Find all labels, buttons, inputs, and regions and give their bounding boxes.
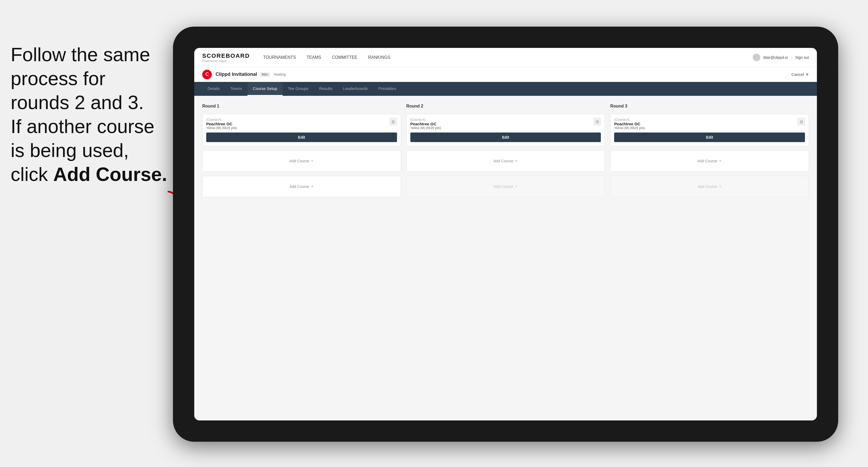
round-2-course-card: (Course A) Peachtree GC Yellow (M) (6629… <box>406 114 605 146</box>
add-course-card-1-2[interactable]: Add Course + <box>202 150 401 172</box>
tournament-logo: C <box>202 70 212 79</box>
tab-printables[interactable]: Printables <box>373 82 402 96</box>
plus-icon: + <box>311 158 314 164</box>
powered-by: Powered by clippd <box>202 59 250 63</box>
edit-course-button-3[interactable]: Edit <box>614 132 805 142</box>
course-label: (Course A) <box>206 118 237 122</box>
course-label-2: (Course A) <box>410 118 441 122</box>
course-detail-2: Yellow (M) (6629 yds) <box>410 126 441 130</box>
round-3-column: Round 3 (Course A) Peachtree GC Yellow (… <box>610 104 809 197</box>
add-course-card-3-2[interactable]: Add Course + <box>610 150 809 172</box>
course-info-3: (Course A) Peachtree GC Yellow (M) (6629… <box>614 118 645 130</box>
add-course-text-2: Add Course + <box>289 184 313 189</box>
round-2-title: Round 2 <box>406 104 605 108</box>
course-card-header: (Course A) Peachtree GC Yellow (M) (6629… <box>206 118 397 130</box>
nav-tournaments[interactable]: TOURNAMENTS <box>263 54 296 61</box>
course-card-header-2: (Course A) Peachtree GC Yellow (M) (6629… <box>410 118 601 130</box>
round-1-column: Round 1 (Course A) Peachtree GC Yellow (… <box>202 104 401 197</box>
tab-results[interactable]: Results <box>314 82 338 96</box>
cancel-button[interactable]: Cancel ✕ <box>792 72 809 77</box>
course-delete-button[interactable]: ⊙ <box>390 118 397 125</box>
course-delete-button-3[interactable]: ⊙ <box>798 118 805 125</box>
add-course-text-4: Add Course + <box>494 184 518 189</box>
tournament-name: Clippd Invitational <box>216 71 257 77</box>
plus-icon-5: + <box>719 158 722 164</box>
round-1-title: Round 1 <box>202 104 401 108</box>
scoreboard-logo: SCOREBOARD <box>202 53 250 59</box>
edit-course-button-2[interactable]: Edit <box>410 132 601 142</box>
top-nav: SCOREBOARD Powered by clippd TOURNAMENTS… <box>194 48 817 67</box>
rounds-grid: Round 1 (Course A) Peachtree GC Yellow (… <box>202 104 809 197</box>
user-avatar <box>753 54 760 61</box>
edit-course-button[interactable]: Edit <box>206 132 397 142</box>
tablet-device: SCOREBOARD Powered by clippd TOURNAMENTS… <box>173 27 838 442</box>
add-course-card-3-3: Add Course + <box>610 176 809 197</box>
nav-links: TOURNAMENTS TEAMS COMMITTEE RANKINGS <box>263 54 753 61</box>
course-name: Peachtree GC <box>206 122 237 126</box>
nav-teams[interactable]: TEAMS <box>307 54 321 61</box>
course-card-header-3: (Course A) Peachtree GC Yellow (M) (6629… <box>614 118 805 130</box>
nav-right: blair@clippd.io | Sign out <box>753 54 809 61</box>
round-3-course-card: (Course A) Peachtree GC Yellow (M) (6629… <box>610 114 809 146</box>
tab-course-setup[interactable]: Course Setup <box>247 82 283 96</box>
nav-divider: | <box>791 55 792 60</box>
nav-committee[interactable]: COMMITTEE <box>332 54 358 61</box>
hosting-label: Hosting <box>274 72 285 76</box>
plus-icon-2: + <box>311 184 314 189</box>
plus-icon-3: + <box>515 158 518 164</box>
tablet-screen: SCOREBOARD Powered by clippd TOURNAMENTS… <box>194 48 817 421</box>
add-course-card-1-3[interactable]: Add Course + <box>202 176 401 197</box>
logo-area: SCOREBOARD Powered by clippd <box>202 53 250 63</box>
main-content: Round 1 (Course A) Peachtree GC Yellow (… <box>194 96 817 421</box>
add-course-text-6: Add Course + <box>698 184 721 189</box>
plus-icon-4: + <box>515 184 518 189</box>
course-delete-button-2[interactable]: ⊙ <box>593 118 601 125</box>
course-name-3: Peachtree GC <box>614 122 645 126</box>
add-course-card-2-2[interactable]: Add Course + <box>406 150 605 172</box>
round-1-course-card: (Course A) Peachtree GC Yellow (M) (6629… <box>202 114 401 146</box>
instruction-text: Follow the same process for rounds 2 and… <box>0 42 192 186</box>
tabs-bar: Details Teams Course Setup Tee Groups Re… <box>194 82 817 96</box>
nav-rankings[interactable]: RANKINGS <box>368 54 390 61</box>
tab-tee-groups[interactable]: Tee Groups <box>283 82 314 96</box>
course-detail-3: Yellow (M) (6629 yds) <box>614 126 645 130</box>
tab-leaderboards[interactable]: Leaderboards <box>338 82 373 96</box>
tab-teams[interactable]: Teams <box>225 82 247 96</box>
course-label-3: (Course A) <box>614 118 645 122</box>
gender-badge: Men <box>260 72 270 77</box>
course-detail: Yellow (M) (6629 yds) <box>206 126 237 130</box>
add-course-text: Add Course + <box>289 158 313 164</box>
tab-details[interactable]: Details <box>202 82 225 96</box>
cancel-icon: ✕ <box>805 72 809 77</box>
course-info: (Course A) Peachtree GC Yellow (M) (6629… <box>206 118 237 130</box>
add-course-card-2-3: Add Course + <box>406 176 605 197</box>
course-info-2: (Course A) Peachtree GC Yellow (M) (6629… <box>410 118 441 130</box>
add-course-text-5: Add Course + <box>698 158 721 164</box>
round-2-column: Round 2 (Course A) Peachtree GC Yellow (… <box>406 104 605 197</box>
tournament-bar: C Clippd Invitational Men Hosting Cancel… <box>194 67 817 82</box>
user-email: blair@clippd.io <box>764 55 788 60</box>
add-course-text-3: Add Course + <box>494 158 518 164</box>
course-name-2: Peachtree GC <box>410 122 441 126</box>
round-3-title: Round 3 <box>610 104 809 108</box>
plus-icon-6: + <box>719 184 722 189</box>
sign-out-link[interactable]: Sign out <box>795 55 809 60</box>
